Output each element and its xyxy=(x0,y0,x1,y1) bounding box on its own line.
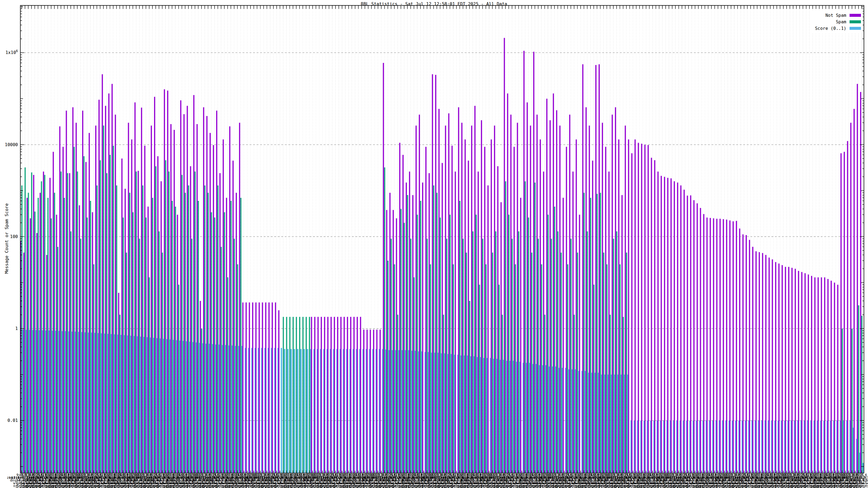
svg-text:100: 100 xyxy=(10,234,18,239)
x-tick-label: 5(0.6 List1.2.Y.0 dnsbl.bt wd.dw.wb hops… xyxy=(850,474,868,488)
svg-text:0.01: 0.01 xyxy=(7,418,18,423)
not-spam-swatch xyxy=(849,14,861,17)
legend: Not Spam Spam Score (0..1) xyxy=(811,11,863,33)
x-tick-labels: 9(0.2 zen2.0.1.2.2.2 dnsbl.lt.R1 wl.dw.w… xyxy=(0,474,868,488)
plot-area: 1x1061000010010.01 xyxy=(0,0,868,488)
svg-text:1x106: 1x106 xyxy=(5,49,18,55)
svg-text:10000: 10000 xyxy=(5,142,18,147)
score-swatch xyxy=(849,27,861,30)
legend-label-not-spam: Not Spam xyxy=(826,13,846,18)
legend-row-spam: Spam xyxy=(815,19,861,25)
legend-label-spam: Spam xyxy=(836,19,846,24)
legend-row-score: Score (0..1) xyxy=(815,25,861,31)
svg-text:1: 1 xyxy=(15,326,18,331)
spam-swatch xyxy=(849,20,861,23)
legend-row-not-spam: Not Spam xyxy=(815,12,861,19)
legend-label-score: Score (0..1) xyxy=(815,26,846,31)
